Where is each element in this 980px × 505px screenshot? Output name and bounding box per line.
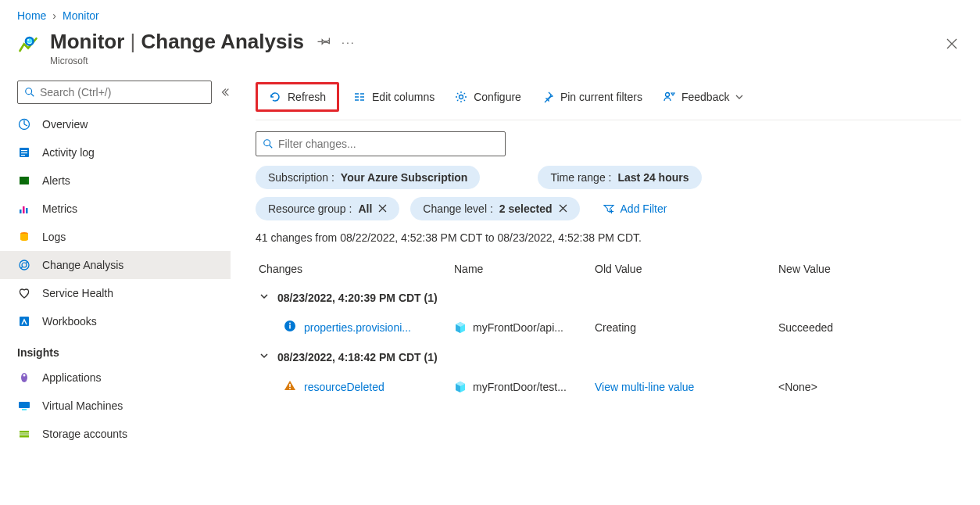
svg-line-3 — [31, 94, 34, 97]
svg-line-31 — [270, 145, 273, 149]
applications-icon — [17, 371, 31, 385]
svg-rect-11 — [23, 206, 25, 213]
svg-rect-18 — [22, 409, 27, 410]
group-header[interactable]: 08/23/2022, 4:18:42 PM CDT (1) — [231, 342, 961, 371]
search-input[interactable] — [17, 81, 212, 104]
close-icon[interactable] — [941, 33, 963, 59]
sidebar-item-alerts[interactable]: Alerts — [0, 167, 231, 195]
breadcrumb: Home › Monitor — [0, 0, 980, 25]
sidebar-item-overview[interactable]: Overview — [0, 110, 231, 138]
sidebar-item-virtual-machines[interactable]: Virtual Machines — [0, 392, 231, 420]
column-changes[interactable]: Changes — [259, 263, 454, 275]
filter-changes-input[interactable] — [256, 131, 506, 156]
breadcrumb-home[interactable]: Home — [17, 9, 46, 22]
svg-rect-20 — [20, 433, 29, 435]
activity-log-icon — [17, 145, 31, 159]
pin-filters-label: Pin current filters — [560, 91, 642, 103]
page-title: Monitor | Change Analysis — [50, 30, 304, 54]
svg-rect-21 — [20, 435, 29, 438]
sidebar-item-change-analysis[interactable]: Change Analysis — [0, 251, 231, 279]
close-icon[interactable] — [559, 202, 567, 215]
edit-columns-label: Edit columns — [372, 91, 435, 103]
sidebar-item-label: Storage accounts — [42, 428, 127, 440]
svg-rect-37 — [289, 384, 291, 387]
configure-button[interactable]: Configure — [449, 88, 528, 106]
monitor-icon — [17, 34, 39, 56]
filter-icon — [603, 203, 614, 214]
overview-icon — [17, 117, 31, 131]
table-row[interactable]: resourceDeleted myFrontDoor/test... View… — [231, 371, 961, 402]
info-icon — [284, 320, 296, 335]
sidebar-item-label: Change Analysis — [42, 259, 123, 271]
svg-point-29 — [665, 93, 669, 97]
table-row[interactable]: properties.provisioni... myFrontDoor/api… — [231, 312, 961, 342]
toolbar: Refresh Edit columns Configure Pin curre… — [256, 81, 961, 120]
chevron-right-icon: › — [52, 9, 56, 22]
sidebar-item-label: Applications — [42, 371, 102, 384]
group-header[interactable]: 08/23/2022, 4:20:39 PM CDT (1) — [231, 283, 961, 312]
column-name[interactable]: Name — [454, 263, 595, 275]
sidebar-item-workbooks[interactable]: Workbooks — [0, 307, 231, 335]
sidebar-section-insights: Insights — [0, 335, 231, 364]
resource-name: myFrontDoor/test... — [473, 381, 567, 393]
svg-point-14 — [20, 260, 29, 270]
resource-icon — [454, 321, 467, 334]
filter-pill-subscription[interactable]: Subscription : Your Azure Subscription — [256, 166, 480, 189]
page-header: Monitor | Change Analysis Microsoft ··· — [0, 25, 980, 74]
vm-icon — [17, 399, 31, 413]
sidebar-item-logs[interactable]: Logs — [0, 223, 231, 251]
filter-pill-change-level[interactable]: Change level : 2 selected — [410, 197, 579, 220]
old-value: Creating — [595, 321, 778, 334]
chevron-down-icon — [259, 350, 270, 364]
svg-rect-7 — [21, 152, 27, 153]
workbooks-icon — [17, 314, 31, 328]
storage-icon — [17, 427, 31, 441]
feedback-button[interactable]: Feedback — [656, 88, 749, 106]
sidebar-item-service-health[interactable]: Service Health — [0, 279, 231, 307]
logs-icon — [17, 230, 31, 244]
sidebar-item-label: Metrics — [42, 202, 77, 215]
svg-point-1 — [27, 39, 29, 41]
sidebar-item-activity-log[interactable]: Activity log — [0, 138, 231, 167]
old-value-link[interactable]: View multi-line value — [595, 381, 778, 393]
column-new-value[interactable]: New Value — [778, 263, 961, 275]
sidebar: Overview Activity log Alerts Metrics Log… — [0, 74, 231, 448]
filter-pill-time-range[interactable]: Time range : Last 24 hours — [538, 166, 701, 189]
edit-columns-button[interactable]: Edit columns — [347, 88, 441, 106]
pin-filters-button[interactable]: Pin current filters — [535, 88, 649, 106]
column-old-value[interactable]: Old Value — [595, 263, 778, 275]
results-summary: 41 changes from 08/22/2022, 4:52:38 PM C… — [256, 231, 961, 244]
sidebar-item-storage-accounts[interactable]: Storage accounts — [0, 420, 231, 448]
change-link[interactable]: resourceDeleted — [304, 381, 384, 393]
resource-icon — [454, 381, 467, 393]
chevron-down-icon — [735, 93, 743, 101]
change-link[interactable]: properties.provisioni... — [304, 321, 411, 334]
group-title: 08/23/2022, 4:20:39 PM CDT (1) — [277, 292, 438, 304]
new-value: Succeeded — [778, 321, 961, 334]
breadcrumb-monitor[interactable]: Monitor — [63, 9, 99, 22]
refresh-label: Refresh — [288, 91, 326, 103]
sidebar-item-applications[interactable]: Applications — [0, 364, 231, 392]
table-header: Changes Name Old Value New Value — [231, 255, 961, 283]
svg-rect-35 — [289, 325, 291, 329]
page-subtitle: Microsoft — [50, 56, 304, 66]
svg-point-36 — [289, 323, 291, 324]
svg-point-16 — [23, 374, 26, 377]
add-filter-button[interactable]: Add Filter — [591, 197, 680, 220]
svg-point-28 — [460, 95, 463, 99]
collapse-sidebar-icon[interactable] — [220, 87, 231, 98]
sidebar-item-label: Virtual Machines — [42, 399, 123, 412]
close-icon[interactable] — [378, 202, 387, 215]
svg-rect-8 — [21, 155, 25, 156]
new-value: <None> — [778, 381, 961, 393]
sidebar-item-metrics[interactable]: Metrics — [0, 195, 231, 223]
filter-pill-resource-group[interactable]: Resource group : All — [256, 197, 399, 220]
sidebar-item-label: Service Health — [42, 287, 113, 299]
refresh-button[interactable]: Refresh — [256, 82, 339, 112]
pin-icon[interactable] — [318, 34, 331, 49]
svg-rect-12 — [26, 208, 28, 213]
resource-name: myFrontDoor/api... — [473, 321, 563, 334]
svg-point-38 — [289, 388, 291, 389]
more-icon[interactable]: ··· — [342, 36, 356, 48]
sidebar-item-label: Overview — [42, 118, 88, 131]
